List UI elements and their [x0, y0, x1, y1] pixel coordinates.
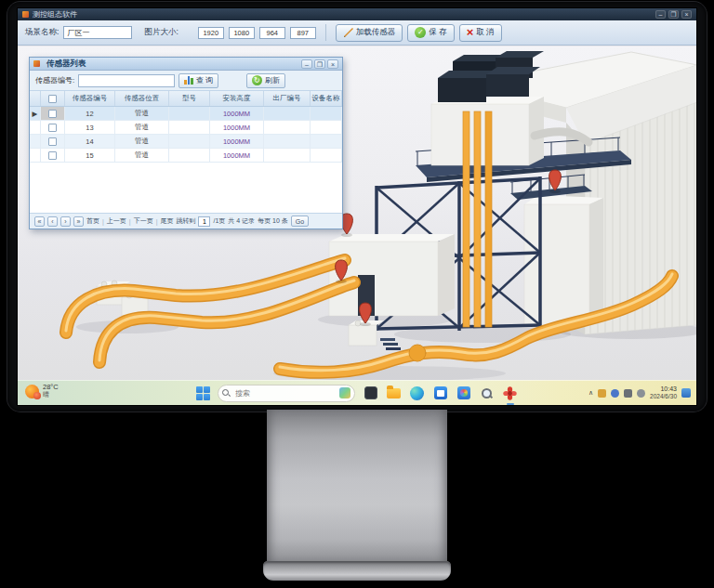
- notification-icon[interactable]: [681, 388, 691, 398]
- col-device-name[interactable]: 设备名称: [311, 91, 342, 106]
- next-page-link[interactable]: 下一页: [134, 216, 153, 226]
- yellow-riser-pipes: [463, 111, 492, 327]
- tray-clock[interactable]: 10:43 2024/6/30: [650, 385, 677, 400]
- page-number-input[interactable]: [198, 216, 210, 227]
- search-highlight-icon: [339, 387, 350, 399]
- col-model[interactable]: 型号: [169, 91, 210, 106]
- table-row[interactable]: 13 管道 1000MM: [30, 121, 342, 135]
- edge-icon: [410, 386, 424, 400]
- table-row[interactable]: 15 管道 1000MM: [30, 149, 342, 163]
- window-close-button[interactable]: ×: [681, 10, 692, 19]
- weather-condition: 晴: [43, 391, 59, 399]
- photos-icon: [457, 386, 470, 399]
- dialog-maximize-button[interactable]: ❐: [314, 59, 325, 69]
- per-page: 每页 10 条: [258, 216, 288, 226]
- row-marker-header: [30, 91, 41, 106]
- window-maximize-button[interactable]: ❐: [668, 10, 679, 19]
- active-app-indicator: [507, 403, 514, 405]
- dialog-search-row: 传感器编号: 查 询 ↻ 刷新: [30, 71, 342, 91]
- col-sensor-loc[interactable]: 传感器位置: [115, 91, 169, 106]
- folder-icon: [387, 388, 401, 399]
- photos-button[interactable]: [456, 385, 471, 401]
- sensor-no-input[interactable]: [78, 74, 175, 87]
- app-title: 测控组态软件: [33, 9, 77, 20]
- window-minimize-button[interactable]: –: [655, 10, 666, 19]
- dialog-close-button[interactable]: ×: [327, 59, 338, 69]
- scene-name-input[interactable]: [63, 26, 132, 39]
- cancel-button[interactable]: × 取 消: [459, 24, 502, 42]
- records-count: 共 4 记录: [228, 216, 255, 226]
- front-building: [329, 234, 455, 316]
- tray-icon-2[interactable]: [611, 389, 619, 398]
- taskbar: 28°C 晴: [18, 380, 696, 405]
- refresh-button[interactable]: ↻ 刷新: [246, 73, 285, 88]
- start-button[interactable]: [196, 386, 210, 400]
- row-checkbox[interactable]: [48, 124, 57, 132]
- prev-page-link[interactable]: 上一页: [107, 216, 126, 226]
- size-y-input[interactable]: [290, 27, 316, 39]
- table-row[interactable]: ▶ 12 管道 1000MM: [30, 107, 342, 121]
- save-button[interactable]: ✓ 保 存: [407, 24, 454, 42]
- monitor-stand: [267, 410, 447, 563]
- size-x-input[interactable]: [259, 27, 285, 39]
- toolbar-separator: [325, 24, 326, 41]
- col-factory-no[interactable]: 出厂编号: [264, 91, 311, 106]
- fan-units: [438, 51, 544, 102]
- tray-icon-4[interactable]: [637, 389, 645, 398]
- select-all-checkbox[interactable]: [48, 95, 57, 103]
- weather-temp: 28°C: [43, 384, 59, 391]
- go-button[interactable]: Go: [291, 216, 309, 227]
- first-page-link[interactable]: 首页: [86, 216, 99, 226]
- sensor-no-label: 传感器编号:: [35, 75, 74, 85]
- taskbar-search-input[interactable]: [233, 388, 326, 399]
- select-all-header[interactable]: [41, 91, 65, 106]
- page-total: /1页: [213, 216, 225, 226]
- pagination-bar: « ‹ › » 首页 | 上一页 | 下一页 | 尾页 跳转到 /1页 共 4 …: [30, 214, 342, 229]
- edge-button[interactable]: [409, 385, 425, 401]
- row-checkbox[interactable]: [48, 110, 57, 118]
- col-sensor-no[interactable]: 传感器编号: [65, 91, 115, 106]
- tray-expand-chevron[interactable]: ∧: [588, 389, 593, 397]
- tray-date: 2024/6/30: [650, 393, 677, 400]
- red-x-icon: ×: [467, 28, 474, 37]
- store-button[interactable]: [432, 385, 448, 401]
- size-height-input[interactable]: [229, 27, 255, 39]
- load-sensors-button[interactable]: 加载传感器: [336, 24, 403, 42]
- magnifier-button[interactable]: [479, 385, 495, 401]
- taskbar-search[interactable]: [218, 385, 355, 402]
- dialog-icon: [33, 60, 40, 67]
- dialog-titlebar[interactable]: 传感器列表 – ❐ ×: [30, 58, 342, 71]
- monitor-bezel: 测控组态软件 – ❐ × 场景名称: 图片大小: 加载传感器: [7, 2, 707, 412]
- last-page-icon[interactable]: »: [73, 216, 84, 227]
- weather-icon: [25, 385, 39, 399]
- tray-icon-3[interactable]: [624, 389, 632, 398]
- query-icon: [184, 76, 193, 85]
- screen: 测控组态软件 – ❐ × 场景名称: 图片大小: 加载传感器: [17, 7, 697, 406]
- last-page-link[interactable]: 尾页: [160, 216, 173, 226]
- monitor-stand-base: [263, 561, 451, 581]
- check-icon: ✓: [415, 27, 426, 38]
- task-view-button[interactable]: [363, 385, 378, 401]
- app-titlebar: 测控组态软件 – ❐ ×: [18, 8, 696, 20]
- scene-name-label: 场景名称:: [25, 27, 59, 38]
- tray-time: 10:43: [660, 385, 677, 393]
- scada-app-button[interactable]: [502, 385, 518, 401]
- search-icon: [222, 389, 230, 397]
- tray-icon-1[interactable]: [598, 389, 606, 398]
- sensor-list-dialog: 传感器列表 – ❐ × 传感器编号: 查 询 ↻: [29, 57, 343, 229]
- first-page-icon[interactable]: «: [34, 216, 45, 227]
- pencil-icon: [343, 28, 353, 38]
- app-icon: [22, 11, 29, 18]
- file-explorer-button[interactable]: [386, 385, 402, 401]
- flower-app-icon: [503, 386, 517, 400]
- table-row[interactable]: 14 管道 1000MM: [30, 135, 342, 149]
- row-checkbox[interactable]: [48, 151, 57, 160]
- col-install-height[interactable]: 安装高度: [210, 91, 264, 106]
- prev-page-icon[interactable]: ‹: [47, 216, 58, 227]
- size-width-input[interactable]: [198, 27, 224, 39]
- next-page-icon[interactable]: ›: [60, 216, 71, 227]
- query-button[interactable]: 查 询: [178, 73, 218, 88]
- weather-widget[interactable]: 28°C 晴: [25, 384, 59, 399]
- dialog-minimize-button[interactable]: –: [301, 59, 312, 69]
- row-checkbox[interactable]: [48, 137, 57, 146]
